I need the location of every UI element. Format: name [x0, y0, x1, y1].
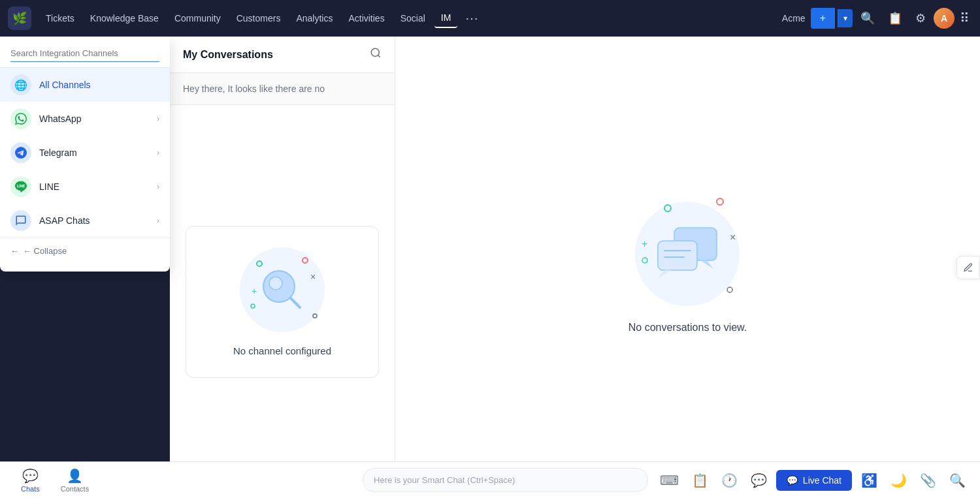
- chevron-right-icon-3: ›: [157, 182, 159, 191]
- svg-text:×: ×: [730, 232, 736, 243]
- accessibility-button[interactable]: ♿: [857, 470, 881, 491]
- line-icon: [10, 176, 31, 197]
- no-channel-card: + × No channel configured: [186, 226, 379, 378]
- telegram-icon: [10, 142, 31, 163]
- channel-option-all[interactable]: 🌐 All Channels: [0, 68, 170, 102]
- smart-chat-placeholder: Here is your Smart Chat (Ctrl+Space): [374, 475, 515, 485]
- svg-point-4: [313, 314, 317, 318]
- avatar[interactable]: A: [934, 8, 955, 29]
- bottom-nav-contacts[interactable]: 👤 Contacts: [50, 465, 99, 495]
- plus-icon: +: [820, 12, 826, 24]
- nav-item-knowledge-base[interactable]: Knowledge Base: [84, 9, 165, 27]
- main-layout: 🌐 All Channels ▾ 🌐 All Channels WhatsApp…: [0, 37, 980, 498]
- bottom-actions: ⌨ 📋 🕐 💬 💬 Live Chat ♿ 🌙 📎 🔍: [656, 470, 970, 491]
- chevron-right-icon-4: ›: [157, 216, 159, 225]
- smart-chat-input[interactable]: Here is your Smart Chat (Ctrl+Space): [363, 468, 648, 492]
- main-content: + × No conversations to view.: [395, 37, 980, 498]
- collapse-arrow-icon: ←: [10, 246, 19, 256]
- svg-point-3: [251, 304, 255, 308]
- svg-point-1: [257, 261, 262, 266]
- nav-logo: 🌿: [8, 7, 31, 30]
- no-conversations-text: No conversations to view.: [629, 322, 747, 334]
- svg-point-8: [269, 277, 282, 290]
- clock-button[interactable]: 🕐: [717, 470, 742, 491]
- chevron-right-icon-2: ›: [157, 148, 159, 157]
- svg-point-2: [302, 258, 308, 263]
- new-action-caret[interactable]: ▾: [838, 9, 853, 27]
- conversations-title: My Conversations: [183, 49, 370, 61]
- nav-item-social[interactable]: Social: [394, 9, 432, 27]
- chats-label: Chats: [21, 485, 40, 493]
- new-action-button[interactable]: +: [811, 8, 835, 29]
- no-conversations-illustration: + ×: [635, 202, 740, 306]
- channel-search[interactable]: [0, 37, 170, 68]
- svg-point-11: [717, 198, 723, 205]
- search-underline: [10, 61, 159, 62]
- emoji-button[interactable]: 💬: [747, 470, 771, 491]
- magnifier-svg: [259, 267, 305, 313]
- chats-icon: 💬: [22, 468, 39, 484]
- live-chat-button[interactable]: 💬 Live Chat: [776, 470, 852, 491]
- svg-rect-18: [658, 241, 697, 270]
- nav-item-activities[interactable]: Activities: [342, 9, 391, 27]
- settings-button[interactable]: ⚙: [910, 8, 931, 28]
- channel-search-input[interactable]: [10, 48, 159, 58]
- dropdown-bottom: ← ← Collapse: [0, 238, 170, 264]
- channel-option-line[interactable]: LINE ›: [0, 170, 170, 204]
- top-navigation: 🌿 Tickets Knowledge Base Community Custo…: [0, 0, 980, 37]
- hey-there-text: Hey there, It looks like there are no: [170, 73, 395, 105]
- nav-item-tickets[interactable]: Tickets: [39, 9, 81, 27]
- svg-text:+: +: [252, 286, 257, 296]
- bottom-bar: 💬 Chats 👤 Contacts Here is your Smart Ch…: [0, 461, 980, 498]
- nav-company-name: Acme: [782, 13, 806, 23]
- channel-option-asap-label: ASAP Chats: [39, 215, 90, 226]
- svg-marker-19: [658, 270, 671, 278]
- svg-point-10: [664, 205, 671, 211]
- channel-option-all-label: All Channels: [39, 80, 91, 90]
- all-channels-icon: 🌐: [10, 74, 31, 95]
- svg-point-0: [371, 48, 379, 56]
- channel-option-asap[interactable]: ASAP Chats ›: [0, 204, 170, 238]
- no-channel-text: No channel configured: [202, 345, 363, 356]
- conversations-search-button[interactable]: [370, 47, 382, 62]
- channel-option-whatsapp-label: WhatsApp: [39, 114, 82, 124]
- svg-line-9: [291, 298, 300, 307]
- bottom-search-button[interactable]: 🔍: [945, 470, 970, 491]
- chat-bubbles-svg: [655, 225, 720, 283]
- chevron-right-icon: ›: [157, 114, 159, 123]
- side-action-button[interactable]: [956, 256, 980, 279]
- channel-option-telegram-label: Telegram: [39, 148, 77, 158]
- channel-dropdown: 🌐 All Channels WhatsApp › Telegram ›: [0, 37, 170, 272]
- contacts-label: Contacts: [61, 485, 89, 493]
- collapse-button[interactable]: ← ← Collapse: [10, 246, 67, 256]
- nav-item-customers[interactable]: Customers: [230, 9, 287, 27]
- keyboard-button[interactable]: ⌨: [656, 470, 683, 491]
- collapse-label: ← Collapse: [23, 246, 67, 256]
- asap-icon: [10, 210, 31, 231]
- notifications-button[interactable]: 📋: [883, 8, 907, 28]
- svg-text:×: ×: [310, 272, 316, 282]
- live-chat-icon: 💬: [787, 475, 798, 486]
- whatsapp-icon: [10, 108, 31, 129]
- svg-marker-17: [700, 260, 713, 269]
- svg-text:+: +: [642, 238, 647, 249]
- sidebar: 🌐 All Channels ▾ 🌐 All Channels WhatsApp…: [0, 37, 170, 498]
- nav-item-analytics[interactable]: Analytics: [289, 9, 339, 27]
- nav-more-button[interactable]: ⋯: [460, 8, 483, 29]
- attachment-button[interactable]: 📎: [916, 470, 940, 491]
- channel-option-telegram[interactable]: Telegram ›: [0, 136, 170, 170]
- no-channel-illustration: + ×: [240, 247, 325, 332]
- svg-point-12: [642, 258, 647, 263]
- conversations-panel: My Conversations Hey there, It looks lik…: [170, 37, 395, 498]
- conversations-body: + × No channel configured: [170, 105, 395, 498]
- channel-option-whatsapp[interactable]: WhatsApp ›: [0, 102, 170, 136]
- search-button[interactable]: 🔍: [855, 8, 880, 28]
- live-chat-label: Live Chat: [803, 475, 841, 486]
- svg-point-13: [727, 287, 732, 292]
- nav-item-im[interactable]: IM: [434, 8, 458, 28]
- moon-button[interactable]: 🌙: [887, 470, 911, 491]
- apps-grid-button[interactable]: ⠿: [957, 8, 972, 29]
- bottom-nav-chats[interactable]: 💬 Chats: [10, 465, 50, 495]
- template-button[interactable]: 📋: [688, 470, 712, 491]
- nav-item-community[interactable]: Community: [168, 9, 227, 27]
